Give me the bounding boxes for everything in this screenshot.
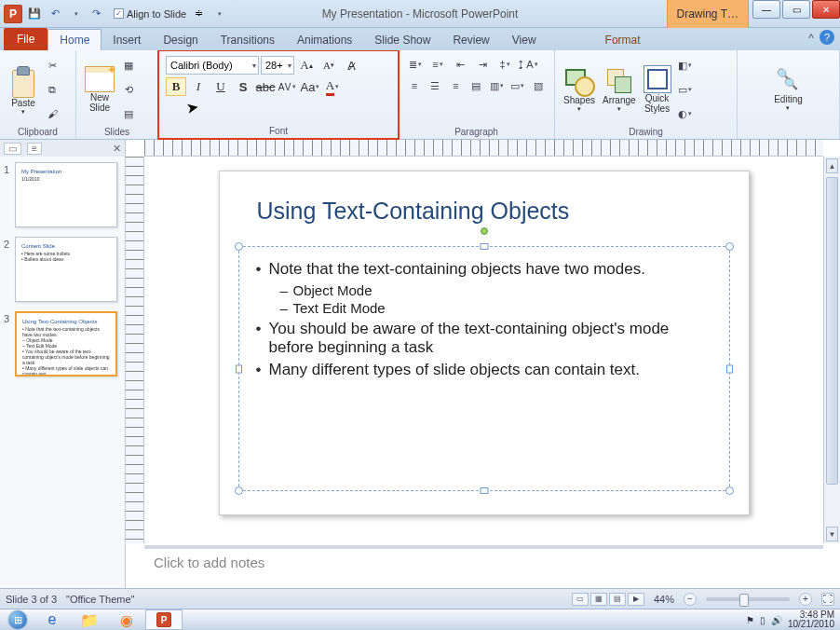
change-case-button[interactable]: Aa xyxy=(300,77,320,96)
zoom-percent[interactable]: 44% xyxy=(654,594,674,605)
undo-dropdown-icon[interactable] xyxy=(67,6,84,22)
editing-button[interactable]: Editing▾ xyxy=(770,53,806,126)
tab-format[interactable]: Format xyxy=(594,30,652,50)
shapes-button[interactable]: Shapes▾ xyxy=(560,53,599,126)
tab-transitions[interactable]: Transitions xyxy=(210,30,286,50)
bullet-item[interactable]: Object Mode xyxy=(280,282,712,298)
slide-canvas[interactable]: Using Text-Containing Objects Note that … xyxy=(144,157,823,543)
align-menu-icon[interactable]: ≑ xyxy=(190,6,207,22)
resize-handle[interactable] xyxy=(725,242,734,251)
font-size-combo[interactable]: 28+ xyxy=(261,56,294,75)
shape-outline-icon[interactable]: ▭ xyxy=(677,81,694,98)
bullet-item[interactable]: Text Edit Mode xyxy=(280,300,712,316)
pane-close-icon[interactable]: ✕ xyxy=(113,143,121,155)
slide[interactable]: Using Text-Containing Objects Note that … xyxy=(219,171,750,515)
justify-icon[interactable]: ▤ xyxy=(467,76,485,95)
vertical-ruler[interactable] xyxy=(126,157,144,543)
bullet-item[interactable]: You should be aware of the text-containi… xyxy=(256,320,712,357)
bullet-item[interactable]: Note that the text-containing objects ha… xyxy=(256,260,712,279)
text-direction-icon[interactable]: ⭥A xyxy=(517,55,537,74)
thumbnail-preview[interactable]: My Presentation1/1/2010 xyxy=(15,162,117,227)
zoom-in-icon[interactable]: + xyxy=(799,593,812,606)
bold-button[interactable]: B xyxy=(166,77,186,96)
rotate-handle-icon[interactable] xyxy=(481,227,488,235)
tray-volume-icon[interactable]: 🔊 xyxy=(771,615,782,625)
reading-view-icon[interactable]: ▤ xyxy=(609,593,626,606)
tab-view[interactable]: View xyxy=(501,30,548,50)
scroll-thumb[interactable] xyxy=(826,177,838,485)
tray-flag-icon[interactable]: ⚑ xyxy=(746,615,754,625)
resize-handle[interactable] xyxy=(236,364,242,373)
smartart-icon[interactable]: ▧ xyxy=(529,76,548,95)
qat-customize-icon[interactable] xyxy=(210,6,227,22)
undo-icon[interactable]: ↶ xyxy=(47,6,63,22)
resize-handle[interactable] xyxy=(726,364,733,373)
numbering-icon[interactable]: ≡ xyxy=(427,55,448,74)
bullets-icon[interactable]: ≣ xyxy=(405,55,426,74)
bullet-item[interactable]: Many different types of slide objects ca… xyxy=(256,361,712,379)
resize-handle[interactable] xyxy=(235,486,243,495)
align-to-slide-toggle[interactable]: ✓ Align to Slide xyxy=(114,8,186,20)
tab-slideshow[interactable]: Slide Show xyxy=(363,30,441,50)
tray-clock[interactable]: 3:48 PM 10/21/2010 xyxy=(788,610,834,629)
italic-button[interactable]: I xyxy=(188,77,209,96)
zoom-slider[interactable] xyxy=(706,597,790,601)
align-center-icon[interactable]: ☰ xyxy=(426,76,444,95)
clear-formatting-icon[interactable]: A̷ xyxy=(341,56,361,75)
resize-handle[interactable] xyxy=(480,243,488,250)
help-icon[interactable]: ? xyxy=(820,30,834,45)
resize-handle[interactable] xyxy=(235,242,243,251)
align-text-icon[interactable]: ▭ xyxy=(508,76,527,95)
tab-review[interactable]: Review xyxy=(441,30,500,50)
character-spacing-button[interactable]: AV xyxy=(278,77,298,96)
save-icon[interactable]: 💾 xyxy=(26,6,43,22)
columns-icon[interactable]: ▥ xyxy=(488,76,507,95)
tab-animations[interactable]: Animations xyxy=(286,30,363,50)
resize-handle[interactable] xyxy=(480,487,488,494)
new-slide-button[interactable]: New Slide xyxy=(81,53,118,126)
normal-view-icon[interactable]: ▭ xyxy=(572,593,589,606)
pane-tab-slides[interactable]: ▭ xyxy=(4,143,21,155)
line-spacing-icon[interactable]: ‡ xyxy=(495,55,515,74)
scroll-down-icon[interactable]: ▼ xyxy=(826,527,838,541)
slide-title[interactable]: Using Text-Containing Objects xyxy=(257,198,711,225)
app-icon[interactable]: P xyxy=(4,5,22,23)
section-icon[interactable]: ▤ xyxy=(120,105,137,122)
reset-icon[interactable]: ⟲ xyxy=(120,81,137,98)
copy-icon[interactable]: ⧉ xyxy=(44,81,61,98)
sorter-view-icon[interactable]: ▦ xyxy=(590,593,607,606)
thumbnail-item[interactable]: 3Using Text-Containing Objects• Note tha… xyxy=(4,311,121,377)
font-name-combo[interactable]: Calibri (Body) xyxy=(166,56,259,75)
pane-tab-outline[interactable]: ≡ xyxy=(27,143,42,155)
bullet-list[interactable]: Note that the text-containing objects ha… xyxy=(256,260,712,379)
arrange-button[interactable]: Arrange▾ xyxy=(599,53,640,126)
slideshow-view-icon[interactable]: ▶ xyxy=(628,593,644,606)
close-button[interactable]: ✕ xyxy=(812,0,840,19)
resize-handle[interactable] xyxy=(725,486,734,495)
notes-pane[interactable]: Click to add notes xyxy=(144,545,823,588)
shrink-font-icon[interactable]: A▾ xyxy=(318,56,339,75)
grow-font-icon[interactable]: A▴ xyxy=(296,56,317,75)
taskbar-powerpoint-icon[interactable]: P xyxy=(145,609,183,630)
layout-icon[interactable]: ▦ xyxy=(120,57,137,74)
content-placeholder[interactable]: Note that the text-containing objects ha… xyxy=(238,246,730,491)
redo-icon[interactable]: ↷ xyxy=(88,6,104,22)
shape-fill-icon[interactable]: ◧ xyxy=(677,57,694,74)
taskbar-explorer-icon[interactable]: 📁 xyxy=(71,609,108,630)
cut-icon[interactable]: ✂ xyxy=(44,57,61,74)
tab-file[interactable]: File xyxy=(4,28,47,50)
maximize-button[interactable]: ▭ xyxy=(782,0,810,19)
strikethrough-button[interactable]: abc xyxy=(255,77,276,96)
fit-to-window-icon[interactable]: ⛶ xyxy=(821,593,834,606)
contextual-tab-drawing-tools[interactable]: Drawing T… xyxy=(667,0,749,28)
minimize-button[interactable]: — xyxy=(752,0,780,19)
scroll-up-icon[interactable]: ▲ xyxy=(826,158,838,173)
thumbnail-preview[interactable]: Using Text-Containing Objects• Note that… xyxy=(15,311,117,377)
align-right-icon[interactable]: ≡ xyxy=(446,76,465,95)
tab-design[interactable]: Design xyxy=(152,30,209,50)
minimize-ribbon-icon[interactable]: ^ xyxy=(808,32,814,45)
thumbnail-item[interactable]: 1My Presentation1/1/2010 xyxy=(4,162,121,227)
quick-styles-button[interactable]: Quick Styles xyxy=(640,53,675,126)
underline-button[interactable]: U xyxy=(210,77,231,96)
tab-insert[interactable]: Insert xyxy=(102,30,152,50)
